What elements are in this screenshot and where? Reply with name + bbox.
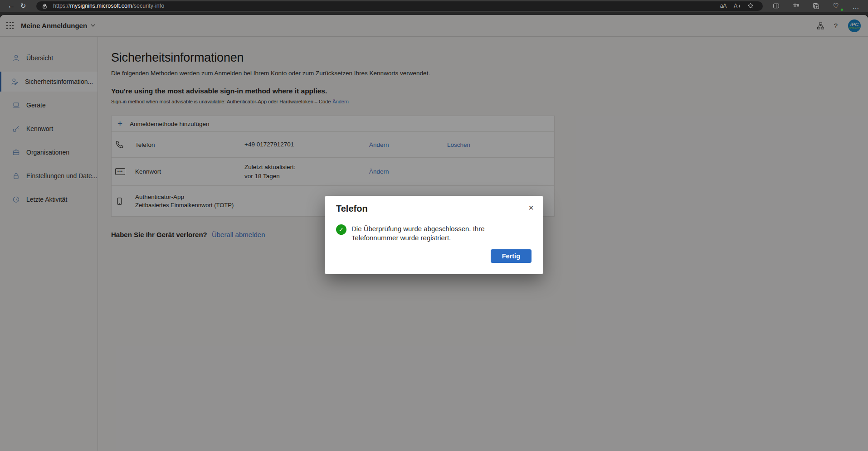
collections-icon[interactable] (809, 1, 823, 11)
refresh-icon[interactable]: ↻ (17, 1, 29, 11)
url-text: https://mysignins.microsoft.com/security… (53, 3, 164, 9)
success-check-icon: ✓ (336, 224, 346, 235)
favorites-list-icon[interactable] (789, 1, 803, 11)
essentials-badge (840, 8, 844, 11)
url-domain: mysignins.microsoft.com (70, 3, 132, 9)
browser-chrome: ← ↻ https://mysignins.microsoft.com/secu… (0, 0, 868, 15)
read-aloud-icon[interactable]: A (730, 1, 744, 10)
browser-toolbar: ← ↻ https://mysignins.microsoft.com/secu… (0, 0, 868, 12)
fertig-button[interactable]: Fertig (491, 249, 532, 263)
page: Meine Anmeldungen ? iPCSPEZIALIST Übersi… (0, 15, 868, 451)
address-bar[interactable]: https://mysignins.microsoft.com/security… (36, 1, 763, 11)
dialog-title: Telefon (336, 204, 368, 214)
settings-menu-icon[interactable]: … (849, 1, 863, 11)
split-screen-icon[interactable] (769, 1, 783, 11)
browser-essentials-icon[interactable]: ♡ (829, 1, 843, 11)
dialog-message: Die Überprüfung wurde abgeschlossen. Ihr… (351, 224, 532, 243)
translate-icon[interactable]: aA (717, 1, 730, 10)
telefon-dialog: Telefon × ✓ Die Überprüfung wurde abgesc… (325, 196, 543, 274)
toolbar-buttons: ♡ … (769, 1, 863, 11)
lock-icon (42, 3, 48, 9)
favorite-star-icon[interactable] (744, 1, 757, 10)
back-icon[interactable]: ← (5, 1, 17, 11)
close-icon[interactable]: × (528, 204, 534, 212)
